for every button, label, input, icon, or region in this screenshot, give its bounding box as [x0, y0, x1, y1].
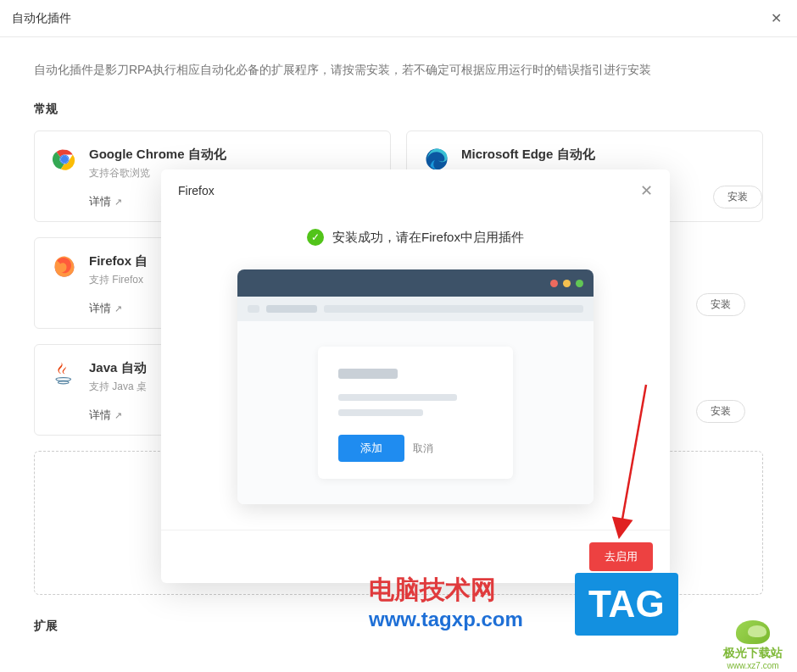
window-title: 自动化插件: [12, 11, 71, 26]
dialog-close-icon[interactable]: ✕: [640, 181, 653, 200]
header: 自动化插件 ✕: [0, 0, 797, 37]
java-icon: [52, 360, 77, 386]
check-circle-icon: ✓: [307, 229, 324, 246]
xz7-logo-icon: [736, 620, 770, 644]
firefox-icon: [52, 253, 77, 279]
watermark-tagxp: 电脑技术网 www.tagxp.com: [369, 573, 523, 631]
detail-link[interactable]: 详情↗: [89, 408, 122, 423]
svg-point-3: [61, 156, 69, 164]
dialog-title: Firefox: [178, 184, 215, 197]
install-button[interactable]: 安装: [713, 186, 762, 208]
close-icon[interactable]: ✕: [767, 7, 785, 30]
mock-cancel-label: 取消: [413, 442, 433, 456]
success-message: ✓ 安装成功，请在Firefox中启用插件: [195, 229, 636, 246]
chrome-icon: [52, 147, 77, 172]
external-link-icon: ↗: [114, 303, 122, 314]
detail-link[interactable]: 详情↗: [89, 301, 122, 316]
external-link-icon: ↗: [114, 197, 122, 208]
card-title: Microsoft Edge 自动化: [461, 147, 745, 163]
svg-point-7: [59, 381, 70, 384]
watermark-tag: TAG: [575, 573, 678, 636]
external-link-icon: ↗: [114, 410, 122, 421]
install-button[interactable]: 安装: [696, 400, 745, 423]
svg-point-6: [56, 378, 71, 381]
detail-link[interactable]: 详情↗: [89, 194, 122, 209]
section-general: 常规: [34, 102, 763, 117]
mock-add-button: 添加: [338, 435, 404, 462]
watermark-xz7: 极光下载站 www.xz7.com: [723, 620, 783, 670]
install-button[interactable]: 安装: [696, 293, 745, 316]
mock-browser-illustration: 添加 取消: [237, 269, 594, 504]
firefox-dialog: Firefox ✕ ✓ 安装成功，请在Firefox中启用插件: [161, 169, 670, 583]
edge-icon: [424, 147, 449, 172]
card-title: Google Chrome 自动化: [89, 147, 373, 163]
intro-text: 自动化插件是影刀RPA执行相应自动化必备的扩展程序，请按需安装，若不确定可根据应…: [34, 63, 763, 78]
go-enable-button[interactable]: 去启用: [589, 542, 653, 571]
